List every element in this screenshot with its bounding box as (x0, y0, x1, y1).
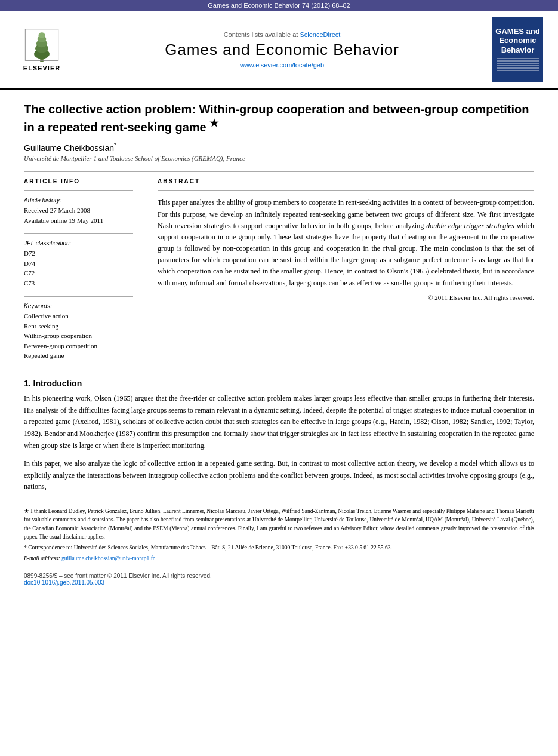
article-two-col: ARTICLE INFO Article history: Received 2… (24, 178, 534, 369)
footnote-star: ★ I thank Léonard Dudley, Patrick Gonzal… (24, 507, 534, 541)
received-date: Received 27 March 2008 (24, 205, 133, 216)
journal-header: ELSEVIER Contents lists available at Sci… (0, 11, 558, 90)
jel-c72: C72 (24, 268, 133, 278)
author-name: Guillaume Cheikbossian* (24, 142, 534, 153)
abstract-body: This paper analyzes the ability of group… (158, 197, 534, 289)
doi-line: doi:10.1016/j.geb.2011.05.003 (24, 579, 534, 586)
keywords-label: Keywords: (24, 303, 133, 309)
keyword-1: Collective action (24, 311, 133, 321)
article-title-text: The collective action problem: Within-gr… (24, 103, 529, 134)
abstract-col: ABSTRACT This paper analyzes the ability… (158, 178, 534, 369)
title-star: ★ (209, 118, 218, 129)
jel-d72: D72 (24, 248, 133, 259)
journal-header-center: Contents lists available at ScienceDirec… (78, 31, 486, 69)
header-divider (24, 171, 534, 172)
info-divider2 (24, 233, 133, 234)
keyword-3: Within-group cooperation (24, 331, 133, 341)
article-title: The collective action problem: Within-gr… (24, 102, 534, 135)
sciencedirect-link[interactable]: ScienceDirect (300, 31, 340, 38)
jel-classification: JEL classification: D72 D74 C72 C73 (24, 240, 133, 288)
jel-c73: C73 (24, 278, 133, 288)
info-divider (24, 190, 133, 191)
footnote-divider (24, 503, 228, 503)
jel-label: JEL classification: (24, 240, 133, 247)
available-date: Available online 19 May 2011 (24, 216, 133, 226)
journal-cover: GAMES and Economic Behavior (492, 17, 543, 82)
abstract-text-italic: double-edge trigger strategies (426, 222, 514, 230)
author-text: Guillaume Cheikbossian (24, 143, 114, 152)
elsevier-tree-icon (21, 27, 63, 63)
copyright: © 2011 Elsevier Inc. All rights reserved… (158, 294, 534, 301)
bottom-bar: 0899-8256/$ – see front matter © 2011 El… (24, 573, 534, 586)
article-info-col: ARTICLE INFO Article history: Received 2… (24, 178, 143, 369)
issn-line: 0899-8256/$ – see front matter © 2011 El… (24, 573, 534, 579)
cover-title-1: GAMES and Economic Behavior (495, 27, 539, 55)
email-link[interactable]: guillaume.cheikbossian@univ-montp1.fr (61, 555, 155, 561)
keywords-section: Keywords: Collective action Rent-seeking… (24, 303, 133, 361)
keyword-5: Repeated game (24, 351, 133, 361)
article-history: Article history: Received 27 March 2008 … (24, 197, 133, 225)
author-star: * (114, 142, 116, 149)
contents-line: Contents lists available at ScienceDirec… (78, 31, 486, 38)
intro-paragraph-2: In this paper, we also analyze the logic… (24, 458, 534, 493)
history-label: Article history: (24, 197, 133, 204)
intro-paragraph-1: In his pioneering work, Olson (1965) arg… (24, 393, 534, 452)
keyword-2: Rent-seeking (24, 321, 133, 331)
intro-heading: 1. Introduction (24, 379, 534, 388)
elsevier-logo-area: ELSEVIER (12, 27, 72, 72)
footnote-corr-text: * Correspondence to: Université des Scie… (24, 545, 392, 551)
email-label: E-mail address: (24, 555, 60, 561)
keyword-4: Between-group competition (24, 341, 133, 351)
journal-url: www.elsevier.com/locate/geb (78, 62, 486, 69)
elsevier-label: ELSEVIER (23, 64, 60, 72)
abstract-divider (158, 190, 534, 191)
article-info-label: ARTICLE INFO (24, 178, 133, 185)
elsevier-logo: ELSEVIER (12, 27, 72, 72)
abstract-text-2: which support cooperation in one group o… (158, 222, 534, 287)
main-content: The collective action problem: Within-gr… (0, 90, 558, 598)
journal-cover-area: GAMES and Economic Behavior (492, 17, 546, 82)
section-title: Introduction (33, 379, 82, 388)
journal-title: Games and Economic Behavior (78, 41, 486, 59)
affiliation: Université de Montpellier 1 and Toulouse… (24, 155, 534, 162)
footnote-email: E-mail address: guillaume.cheikbossian@u… (24, 554, 534, 563)
contents-text: Contents lists available at (224, 31, 298, 38)
footnote-corr: * Correspondence to: Université des Scie… (24, 543, 534, 552)
svg-point-5 (38, 32, 45, 38)
section-number: 1. (24, 379, 31, 388)
cover-decoration (497, 58, 539, 72)
top-bar: Games and Economic Behavior 74 (2012) 68… (0, 0, 558, 11)
top-bar-text: Games and Economic Behavior 74 (2012) 68… (208, 2, 350, 9)
jel-d74: D74 (24, 259, 133, 269)
abstract-label: ABSTRACT (158, 178, 534, 185)
footnote-star-text: ★ I thank Léonard Dudley, Patrick Gonzal… (24, 508, 534, 540)
info-divider3 (24, 296, 133, 297)
